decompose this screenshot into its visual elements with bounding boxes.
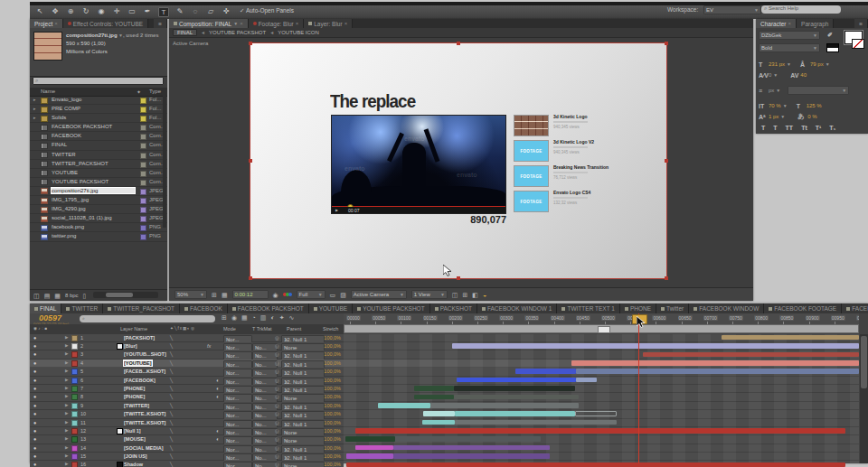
mask-tool-icon[interactable]: ▭	[127, 7, 137, 17]
layer-switches[interactable]: ╲	[170, 403, 175, 408]
layer-duration-bar[interactable]	[575, 411, 617, 416]
layer-duration-bar[interactable]	[414, 386, 454, 391]
layer-name[interactable]: [FACEB...KSHOT]	[124, 369, 165, 374]
bit-depth-label[interactable]: 8 bpc	[65, 293, 79, 298]
layer-row[interactable]: ●▶6[FACEBOOK]╲◐Nor...▼No...▼◎12. Null 1▼…	[30, 377, 344, 385]
timeline-tab-facebook[interactable]: FACEBOOK	[180, 304, 228, 313]
rotation-tool-icon[interactable]: ↻	[81, 7, 90, 17]
composition-canvas[interactable]: The replace envato envato envato ▶ 00:07	[250, 43, 666, 278]
pick-whip-icon[interactable]: ◎	[275, 462, 279, 467]
visibility-eye-icon[interactable]: ●	[33, 386, 36, 391]
zoom-tool-icon[interactable]: ⊕	[66, 7, 75, 17]
time-navigator-bar[interactable]	[344, 324, 859, 333]
motion-blur-icon[interactable]: ◐	[216, 428, 219, 434]
label-color-chip[interactable]	[140, 98, 146, 104]
track-row[interactable]	[344, 410, 859, 418]
layer-name[interactable]: [MOUSE]	[124, 436, 146, 442]
list-item[interactable]: twitter.pngPNG	[30, 232, 167, 241]
clone-stamp-tool-icon[interactable]: ◌	[191, 7, 200, 17]
tab-paragraph[interactable]: Paragraph	[797, 19, 834, 28]
layer-name[interactable]: [TWITTE..KSHOT]	[124, 411, 165, 416]
selection-tool-icon[interactable]: ↖	[35, 7, 44, 17]
fx-icon[interactable]: fx	[207, 343, 211, 349]
playhead-marker[interactable]	[632, 314, 647, 324]
layer-duration-bar[interactable]	[346, 453, 393, 459]
layer-row[interactable]: ●▶2[Blur]╲fxNor...▼No...▼◎None▼100,0%	[30, 342, 344, 350]
layer-row[interactable]: ●▶10[TWITTE..KSHOT]╲Nor...▼No...▼◎12. Nu…	[30, 410, 344, 418]
pick-whip-icon[interactable]: ◎	[275, 378, 279, 383]
layer-row[interactable]: ●▶14[SOCIAL MEDIA]╲Nor...▼No...▼◎12. Nul…	[30, 444, 344, 453]
visibility-eye-icon[interactable]: ●	[33, 420, 36, 425]
track-row[interactable]	[344, 393, 859, 401]
layer-name[interactable]: [PHONE]	[124, 386, 145, 391]
layer-name[interactable]: [YOUTUBE]	[124, 360, 152, 366]
visibility-eye-icon[interactable]: ●	[33, 351, 36, 357]
layer-duration-bar[interactable]	[571, 360, 859, 366]
track-row[interactable]	[344, 342, 859, 350]
layer-duration-bar[interactable]	[455, 420, 617, 425]
pick-whip-icon[interactable]: ◎	[275, 351, 279, 357]
track-row[interactable]	[344, 435, 859, 444]
grid-icon[interactable]: ▦	[222, 292, 228, 298]
composition-mini-flowchart-icon[interactable]: ⊞	[222, 314, 227, 321]
pick-whip-icon[interactable]: ◎	[275, 420, 279, 425]
timeline-tab-youtube-packshot[interactable]: YOUTUBE PACKSHOT	[353, 304, 430, 313]
layer-switches[interactable]: ╲	[170, 420, 175, 425]
project-search-input[interactable]: ⌕	[33, 77, 164, 85]
baseline-shift-value[interactable]: 1 px	[769, 114, 778, 119]
blend-mode-dropdown[interactable]: Nor...▼	[223, 462, 252, 467]
pick-whip-icon[interactable]: ◎	[275, 428, 279, 434]
list-item[interactable]: TWITTER_PACKSHOTCom...	[30, 160, 167, 169]
layer-duration-bar[interactable]	[378, 403, 430, 408]
list-item[interactable]: YOUTUBECom...	[30, 169, 167, 178]
list-item[interactable]: YOUTUBE PACKSHOTCom...	[30, 178, 167, 187]
close-icon[interactable]: ×	[54, 21, 58, 26]
layer-color-chip[interactable]	[71, 462, 78, 467]
track-row[interactable]	[344, 402, 859, 410]
timeline-tab-twitter[interactable]: Twitter	[656, 304, 689, 313]
expander-icon[interactable]: ▶	[65, 386, 68, 390]
layer-duration-bar[interactable]	[455, 411, 575, 416]
expander-icon[interactable]: ▶	[65, 436, 68, 441]
hand-tool-icon[interactable]: ✥	[51, 7, 60, 17]
workspace-dropdown[interactable]: EV▼	[703, 5, 761, 14]
layer-name[interactable]: [FACEBOOK]	[124, 378, 156, 383]
type-tool-icon[interactable]: T	[158, 7, 169, 17]
layer-row[interactable]: ●▶13[MOUSE]╲◐Nor...▼No...▼◎None▼100,0%	[30, 435, 344, 444]
layer-duration-bar[interactable]	[422, 420, 455, 425]
track-row[interactable]	[344, 444, 859, 453]
timeline-search-input[interactable]: ⌕	[80, 315, 215, 322]
panel-menu-icon[interactable]: ≡	[154, 19, 167, 28]
layer-duration-bar[interactable]	[355, 428, 845, 434]
label-color-chip[interactable]	[140, 125, 146, 131]
draft-3d-icon[interactable]: ▦	[241, 314, 248, 321]
timeline-tab-packshot[interactable]: PACKSHOT	[430, 304, 477, 313]
font-family-dropdown[interactable]: DZbGek▼	[759, 31, 820, 40]
layer-switches[interactable]: ╲	[170, 428, 175, 434]
magnification-dropdown[interactable]: 50%▼	[175, 290, 207, 299]
selection-handle[interactable]	[665, 159, 668, 163]
stretch-value[interactable]: 100,0%	[321, 403, 341, 408]
font-size-value[interactable]: 231 px	[769, 61, 785, 67]
list-item[interactable]: ▸Envato_logoFol...	[30, 96, 167, 105]
timeline-tab-facebook-window-1[interactable]: FACEBOOK WINDOW 1	[477, 304, 558, 313]
layer-switches[interactable]: ╲	[170, 351, 175, 357]
layer-row[interactable]: ●▶5[FACEB...KSHOT]╲Nor...▼No...▼◎12. Nul…	[30, 368, 344, 376]
layer-switches[interactable]: ╲	[170, 445, 175, 451]
puppet-tool-icon[interactable]: ✜	[222, 7, 231, 17]
label-color-chip[interactable]	[140, 134, 146, 140]
expander-icon[interactable]: ▶	[65, 378, 68, 382]
region-of-interest-icon[interactable]: ▭	[330, 292, 336, 298]
breadcrumb-item[interactable]: FINAL	[173, 29, 197, 36]
navigator-handle[interactable]	[598, 326, 610, 333]
track-row[interactable]	[344, 350, 859, 359]
type-toggle-5[interactable]: T₁	[829, 125, 835, 131]
show-channel-icon[interactable]	[283, 292, 292, 297]
layer-row[interactable]: ●▶1[PACKSHOT]╲Nor...▼◎12. Null 1▼100,0%	[30, 334, 344, 342]
stretch-value[interactable]: 100,0%	[321, 445, 341, 451]
expander-icon[interactable]: ▶	[65, 360, 68, 365]
layer-switches[interactable]: ╲	[170, 360, 175, 366]
label-color-chip[interactable]	[140, 153, 146, 159]
stretch-value[interactable]: 100,0%	[321, 360, 341, 366]
vertical-scale-value[interactable]: 70 %	[769, 103, 781, 108]
